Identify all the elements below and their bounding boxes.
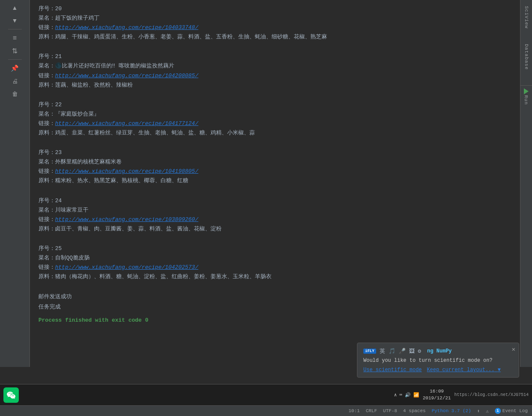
sciview-tab[interactable]: SciView (522, 3, 531, 32)
recipe-seq: 序号：24 (38, 196, 512, 206)
notification-emoji-1: 英 (380, 347, 385, 355)
run-down-button[interactable]: ▼ (6, 15, 23, 26)
recipe-link-line: 链接：http://www.xiachufang.com/recipe/1041… (38, 167, 512, 176)
recipe-block: 序号：25菜名：自制QQ脆皮肠链接：http://www.xiachufang.… (38, 244, 512, 282)
email-success-text: 邮件发送成功 (38, 292, 512, 302)
recipe-name: 菜名：自制QQ脆皮肠 (38, 253, 512, 263)
task-done-text: 任务完成 (38, 302, 512, 312)
recipe-link-label: 链接： (38, 264, 55, 271)
recipe-name: 菜名：外酥里糯的核桃芝麻糯米卷 (38, 157, 512, 167)
notification-emoji-2: 🎵 (389, 348, 395, 355)
recipe-link-url[interactable]: http://www.xiachufang.com/recipe/1041771… (55, 120, 198, 127)
recipe-seq: 序号：21 (38, 52, 512, 61)
use-scientific-mode-link[interactable]: Use scientific mode (363, 367, 422, 373)
recipe-link-label: 链接： (38, 168, 55, 175)
wechat-button[interactable] (3, 387, 19, 403)
chevron-down-icon: ▼ (497, 367, 500, 373)
recipe-link-line: 链接：http://www.xiachufang.com/recipe/1042… (38, 71, 512, 81)
recipe-link-label: 链接： (38, 73, 55, 79)
recipe-link-url[interactable]: http://www.xiachufang.com/recipe/1041988… (55, 168, 198, 175)
encoding: UTF-8 (383, 408, 397, 413)
status-bar: 10:1 CRLF UTF-8 4 spaces Python 3.7 (2) … (0, 405, 532, 416)
status-bar-right: 10:1 CRLF UTF-8 4 spaces Python 3.7 (2) … (348, 408, 528, 414)
recipe-name: 菜名：『家庭版炒合菜』 (38, 110, 512, 119)
wechat-icon (6, 390, 16, 400)
date-display: 2019/12/21 (423, 395, 451, 401)
recipe-ingredients: 原料：鸡蛋、韭菜、红薯粉丝、绿豆芽、生抽、老抽、蚝油、盐、糖、鸡精、小米椒、蒜 (38, 128, 512, 138)
recipe-seq: 序号：25 (38, 244, 512, 253)
recipes-container: 序号：20菜名：超下饭的辣子鸡丁链接：http://www.xiachufang… (38, 4, 512, 282)
keyboard-icon: ⌨ (399, 392, 402, 398)
line-ending: CRLF (366, 408, 377, 413)
recipe-name: 菜名：超下饭的辣子鸡丁 (38, 14, 512, 23)
right-sidebar: SciView Database Run (520, 0, 532, 367)
recipe-block: 序号：22菜名：『家庭版炒合菜』链接：http://www.xiachufang… (38, 100, 512, 138)
time-display: 16:09 (423, 388, 451, 395)
ifly-badge: iFLY (363, 349, 376, 354)
notification-header: iFLY 英 🎵 🎤 🖼 ⚙ ng NumPy (363, 347, 513, 355)
warn-icon: ⚠ (486, 408, 489, 414)
notification-body: Would you like to turn scientific mode o… (363, 358, 513, 364)
keep-layout-link[interactable]: Keep current layout... ▼ (427, 367, 501, 373)
taskbar-clock: 16:09 2019/12/21 (423, 388, 451, 401)
recipe-seq: 序号：20 (38, 4, 512, 14)
run-icon (524, 88, 529, 94)
recipe-ingredients: 原料：莲藕、椒盐粉、孜然粉、辣椒粉 (38, 81, 512, 90)
recipe-link-label: 链接： (38, 120, 55, 127)
toolbar-separator-2 (8, 59, 22, 60)
chevron-up-icon: ∧ (394, 392, 397, 398)
recipe-block: 序号：23菜名：外酥里糯的核桃芝麻糯米卷链接：http://www.xiachu… (38, 148, 512, 186)
sort-button[interactable]: ⇅ (6, 45, 23, 57)
recipe-link-url[interactable]: http://www.xiachufang.com/recipe/1042025… (55, 264, 198, 271)
speaker-icon: 🔊 (405, 392, 411, 398)
event-log-badge: 1 (495, 408, 501, 414)
recipe-seq: 序号：23 (38, 148, 512, 157)
notification-emoji-3: 🎤 (399, 348, 406, 355)
run-panel[interactable]: Run (520, 85, 532, 108)
pin-button[interactable]: 📌 (6, 62, 23, 74)
recipe-link-label: 链接： (38, 216, 55, 223)
toolbar-separator-1 (8, 29, 22, 29)
recipe-link-url[interactable]: http://www.xiachufang.com/recipe/1038092… (55, 216, 198, 223)
status-messages: 邮件发送成功 任务完成 (38, 292, 512, 312)
notification-popup: iFLY 英 🎵 🎤 🖼 ⚙ ng NumPy Would you like t… (357, 343, 519, 378)
taskbar-right: ∧ ⌨ 🔊 📶 16:09 2019/12/21 https://blog.cs… (394, 388, 529, 401)
recipe-ingredients: 原料：糯米粉、热水、熟黑芝麻、熟核桃、椰蓉、白糖、红糖 (38, 176, 512, 186)
python-version[interactable]: Python 3.7 (2) (432, 408, 471, 413)
notification-emoji-4: 🖼 (409, 348, 415, 355)
network-icon: 📶 (413, 392, 419, 398)
recipe-name: 菜名：🌑比薯片还好吃百倍的‼️ 喀吱脆的椒盐孜然藕片 (38, 61, 512, 71)
system-icons: ∧ ⌨ 🔊 📶 (394, 392, 419, 398)
notification-title: ng NumPy (427, 348, 452, 354)
recipe-link-url[interactable]: http://www.xiachufang.com/recipe/1042080… (55, 73, 198, 79)
recipe-name: 菜名：川味家常豆干 (38, 206, 512, 215)
event-log-area[interactable]: 1 Event Log (495, 408, 528, 414)
notification-close-button[interactable]: ✕ (512, 346, 515, 353)
recipe-ingredients: 原料：鸡腿、干辣椒、鸡蛋蛋清、生粉、小香葱、老姜、蒜、料酒、盐、五香粉、生抽、蚝… (38, 32, 512, 42)
recipe-link-line: 链接：http://www.xiachufang.com/recipe/1041… (38, 119, 512, 128)
recipe-link-url[interactable]: http://www.xiachufang.com/recipe/1040337… (55, 24, 198, 31)
delete-button[interactable]: 🗑 (6, 88, 23, 100)
print-button[interactable]: 🖨 (6, 75, 23, 87)
recipe-block: 序号：20菜名：超下饭的辣子鸡丁链接：http://www.xiachufang… (38, 4, 512, 42)
event-log-label: Event Log (503, 408, 528, 413)
recipe-link-line: 链接：http://www.xiachufang.com/recipe/1038… (38, 215, 512, 224)
left-toolbar: ▲ ▼ ≡ ⇅ 📌 🖨 🗑 (0, 0, 30, 367)
recipe-link-label: 链接： (38, 24, 55, 31)
recipe-link-line: 链接：http://www.xiachufang.com/recipe/1042… (38, 263, 512, 272)
notification-actions: Use scientific mode Keep current layout.… (363, 367, 513, 373)
taskbar: ∧ ⌨ 🔊 📶 16:09 2019/12/21 https://blog.cs… (0, 384, 532, 405)
recipe-link-line: 链接：http://www.xiachufang.com/recipe/1040… (38, 23, 512, 32)
database-tab[interactable]: Database (522, 41, 531, 73)
recipe-ingredients: 原料：猪肉（梅花肉）、料酒、糖、蚝油、淀粉、盐、红曲粉、姜粉、姜葱水、玉米粒、羊… (38, 272, 512, 282)
notification-gear-icon[interactable]: ⚙ (418, 348, 421, 355)
process-exit-text: Process finished with exit code 0 (38, 317, 512, 323)
recipe-seq: 序号：22 (38, 100, 512, 110)
reformat-button[interactable]: ≡ (6, 32, 23, 44)
recipe-block: 序号：24菜名：川味家常豆干链接：http://www.xiachufang.c… (38, 196, 512, 234)
taskbar-url: https://blog.csdn.net/XJG7514 (454, 393, 529, 397)
recipe-block: 序号：21菜名：🌑比薯片还好吃百倍的‼️ 喀吱脆的椒盐孜然藕片链接：http:/… (38, 52, 512, 90)
run-up-button[interactable]: ▲ (6, 2, 23, 14)
main-content: 序号：20菜名：超下饭的辣子鸡丁链接：http://www.xiachufang… (30, 0, 520, 367)
run-label: Run (523, 95, 529, 105)
